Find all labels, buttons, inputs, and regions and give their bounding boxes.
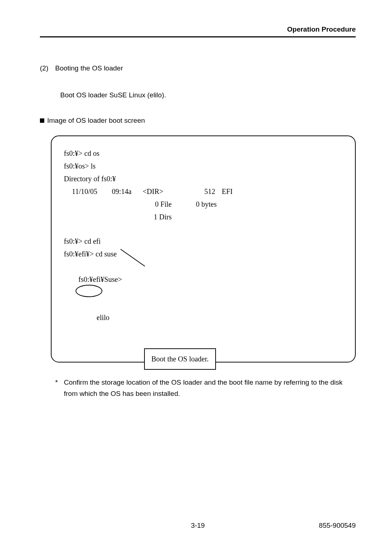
- note-block: * Confirm the storage location of the OS…: [55, 377, 356, 399]
- terminal-line: fs0:¥> cd os: [64, 147, 343, 160]
- terminal-line: fs0:¥efi¥Suse> elilo: [64, 260, 343, 349]
- page-header: Operation Procedure: [40, 25, 356, 37]
- header-rule: [40, 36, 356, 37]
- dir-dir-count: 1 Dirs: [143, 211, 173, 223]
- note-text: Confirm the storage location of the OS l…: [64, 377, 356, 399]
- dir-time: 09:14a: [112, 185, 143, 198]
- page: Operation Procedure (2) Booting the OS l…: [0, 0, 392, 555]
- terminal-prompt: fs0:¥efi¥Suse>: [78, 275, 122, 283]
- page-footer: 3-19 855-900549: [40, 522, 356, 530]
- square-bullet-icon: [40, 118, 44, 123]
- callout-text: Boot the OS loader.: [151, 355, 209, 363]
- dir-size: 512: [172, 185, 215, 198]
- bullet-line: Image of OS loader boot screen: [40, 117, 356, 125]
- dir-row: 11/10/05 09:14a <DIR> 512 EFI: [64, 185, 343, 198]
- step-body: Boot OS loader SuSE Linux (elilo).: [60, 91, 356, 99]
- note-asterisk: *: [55, 377, 64, 399]
- content: (2) Booting the OS loader Boot OS loader…: [40, 63, 356, 399]
- ellipse-icon: [75, 285, 102, 297]
- highlighted-command: elilo: [78, 286, 110, 337]
- dir-summary-row: 0 File 0 bytes: [64, 198, 343, 211]
- terminal-line: fs0:¥os> ls: [64, 160, 343, 173]
- highlighted-command-text: elilo: [97, 313, 110, 321]
- dir-summary-row: 1 Dirs: [64, 211, 343, 223]
- dir-type: <DIR>: [143, 185, 172, 198]
- terminal-line: fs0:¥> cd efi: [64, 235, 343, 248]
- dir-name: EFI: [215, 185, 258, 198]
- callout-box: Boot the OS loader.: [144, 348, 216, 370]
- dir-file-count: 0 File: [143, 198, 173, 211]
- spacer: [64, 223, 343, 235]
- terminal-line: fs0:¥efi¥> cd suse: [64, 248, 343, 260]
- header-title: Operation Procedure: [40, 25, 356, 33]
- terminal-line: Directory of fs0:¥: [64, 173, 343, 185]
- footer-page-number: 3-19: [40, 522, 356, 530]
- dir-date: 11/10/05: [64, 185, 112, 198]
- bullet-text: Image of OS loader boot screen: [47, 117, 145, 125]
- step-number: (2): [40, 63, 51, 74]
- step-heading: (2) Booting the OS loader: [40, 63, 356, 74]
- terminal-box: fs0:¥> cd os fs0:¥os> ls Directory of fs…: [51, 135, 356, 362]
- dir-bytes: 0 bytes: [173, 198, 217, 211]
- step-title: Booting the OS loader: [55, 63, 123, 74]
